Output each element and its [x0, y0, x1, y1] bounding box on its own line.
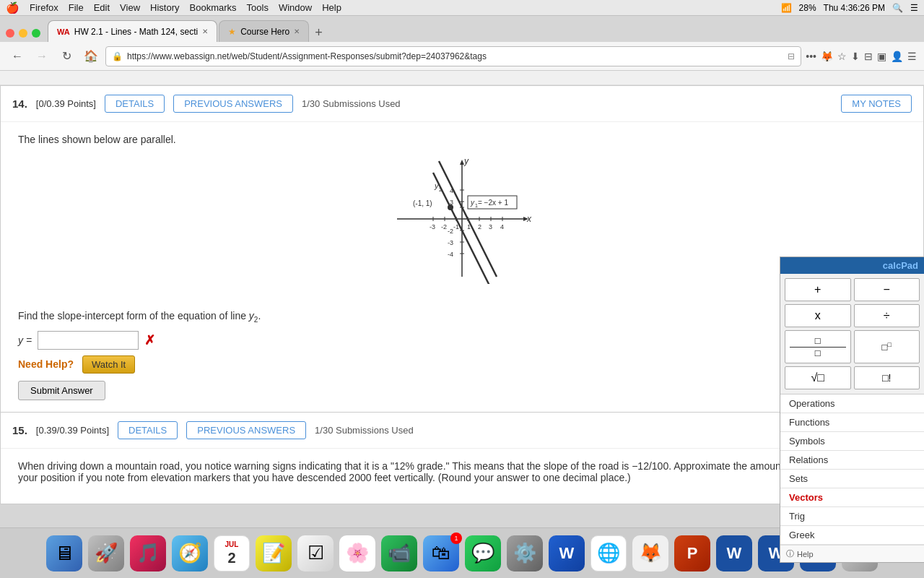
forward-button[interactable]: → [32, 46, 52, 66]
svg-text:y: y [463, 156, 469, 166]
calc-minus-button[interactable]: − [854, 278, 920, 301]
dock-firefox[interactable]: 🦊 [632, 535, 668, 571]
tab-coursehero[interactable]: ★ Course Hero ✕ [219, 20, 309, 42]
dock-facetime[interactable]: 📹 [381, 535, 417, 571]
menu-icon[interactable]: ☰ [910, 3, 918, 13]
watch-it-button[interactable]: Watch It [82, 355, 135, 374]
refresh-button[interactable]: ↻ [56, 46, 77, 66]
dock-appstore[interactable]: 🛍 1 [423, 535, 459, 571]
maximize-window-btn[interactable] [32, 29, 40, 38]
dock-system-preferences[interactable]: ⚙️ [507, 535, 543, 571]
menu-bookmarks[interactable]: Bookmarks [190, 2, 237, 13]
dock-chrome[interactable]: 🌐 [590, 535, 627, 571]
svg-point-38 [448, 204, 453, 210]
dock-safari[interactable]: 🧭 [172, 535, 208, 571]
tab-webassign[interactable]: WA HW 2.1 - Lines - Math 124, secti ✕ [48, 20, 217, 42]
tab-bar: WA HW 2.1 - Lines - Math 124, secti ✕ ★ … [0, 16, 924, 42]
calc-divide-button[interactable]: ÷ [854, 304, 920, 327]
q14-prev-answers-button[interactable]: PREVIOUS ANSWERS [173, 95, 293, 113]
tab1-favicon: WA [57, 27, 70, 36]
submit-answer-button[interactable]: Submit Answer [18, 381, 105, 400]
calcpad-help-label[interactable]: Help [797, 550, 814, 558]
help-row: Need Help? Watch It [18, 355, 906, 374]
calcpad-menu: Operations Functions Symbols Relations S… [780, 394, 924, 545]
home-button[interactable]: 🏠 [81, 46, 101, 66]
calcpad: calcPad + − x ÷ □ □ □□ √□ □! Operations … [780, 256, 924, 563]
bookmark-btn[interactable]: ☆ [837, 51, 847, 62]
calcpad-greek[interactable]: Greek [780, 526, 924, 545]
dock-word[interactable]: W [549, 535, 585, 571]
menu-tools[interactable]: Tools [247, 2, 269, 13]
coordinate-graph: x y -3 -2 -1 1 2 3 4 4 3 2 -2 -3 -4 [390, 154, 534, 284]
menu-window[interactable]: Window [279, 2, 312, 13]
menu-bar: 🍎 Firefox File Edit View History Bookmar… [0, 0, 924, 16]
menu-file[interactable]: File [69, 2, 84, 13]
calc-box-sqrt-button[interactable]: □□ [854, 330, 920, 363]
search-icon[interactable]: 🔍 [892, 3, 903, 13]
library-icon[interactable]: ⊟ [864, 51, 873, 62]
calcpad-operations[interactable]: Operations [780, 394, 924, 413]
account-icon[interactable]: 👤 [891, 51, 903, 62]
tab2-favicon: ★ [228, 27, 236, 37]
graph-container: x y -3 -2 -1 1 2 3 4 4 3 2 -2 -3 -4 [390, 154, 534, 298]
dock-messages[interactable]: 💬 [465, 535, 501, 571]
download-icon[interactable]: ⬇ [851, 51, 860, 62]
calcpad-title: calcPad [780, 257, 924, 274]
back-button[interactable]: ← [7, 46, 27, 66]
calcpad-symbols[interactable]: Symbols [780, 432, 924, 451]
q15-details-button[interactable]: DETAILS [118, 421, 178, 439]
url-text: https://www.webassign.net/web/Student/As… [127, 51, 783, 61]
pocket-icon[interactable]: 🦊 [821, 51, 833, 62]
dock-powerpoint[interactable]: P [674, 535, 710, 571]
dock-notes[interactable]: 📝 [256, 535, 292, 571]
wifi-icon: 📶 [781, 3, 792, 13]
calc-factorial-button[interactable]: □! [854, 366, 920, 389]
calcpad-functions[interactable]: Functions [780, 413, 924, 432]
q15-number: 15. [12, 424, 27, 436]
sidebar-icon[interactable]: ▣ [877, 51, 886, 62]
q14-problem-text: The lines shown below are parallel. [18, 134, 906, 145]
close-window-btn[interactable] [6, 29, 14, 38]
reader-icon: ⊟ [788, 51, 795, 61]
q14-points: [0/0.39 Points] [36, 98, 96, 109]
calc-multiply-button[interactable]: x [785, 304, 851, 327]
security-icon: 🔒 [112, 51, 123, 61]
dock-word2[interactable]: W [716, 535, 752, 571]
address-bar[interactable]: 🔒 https://www.webassign.net/web/Student/… [105, 46, 801, 66]
tab2-label: Course Hero [240, 27, 289, 37]
dock-reminders[interactable]: ☑ [297, 535, 334, 571]
q14-details-button[interactable]: DETAILS [105, 95, 165, 113]
wrong-mark: ✗ [144, 332, 155, 348]
calcpad-help[interactable]: ⓘ Help [780, 545, 924, 562]
tab1-close[interactable]: ✕ [202, 27, 208, 35]
dock-finder[interactable]: 🖥 [46, 535, 82, 571]
new-tab-button[interactable]: + [310, 25, 327, 40]
menu-edit[interactable]: Edit [94, 2, 110, 13]
calcpad-vectors[interactable]: Vectors [780, 488, 924, 507]
calc-fraction-button[interactable]: □ □ [785, 330, 851, 363]
q15-prev-answers-button[interactable]: PREVIOUS ANSWERS [186, 421, 306, 439]
menu-help[interactable]: Help [322, 2, 341, 13]
nav-more-btn[interactable]: ••• [806, 51, 816, 62]
dock-launchpad[interactable]: 🚀 [88, 535, 124, 571]
minimize-window-btn[interactable] [19, 29, 27, 38]
dock-calendar[interactable]: JUL2 [214, 535, 250, 571]
menu-firefox[interactable]: Firefox [30, 2, 58, 13]
svg-text:-2: -2 [441, 223, 447, 230]
svg-text:2: 2 [439, 186, 443, 193]
apple-menu[interactable]: 🍎 [6, 1, 19, 14]
dock-music[interactable]: 🎵 [130, 535, 166, 571]
answer-input[interactable] [38, 331, 139, 350]
menu-history[interactable]: History [150, 2, 179, 13]
tab2-close[interactable]: ✕ [294, 27, 300, 35]
menu-btn[interactable]: ☰ [907, 51, 917, 62]
calc-sqrt-button[interactable]: √□ [785, 366, 851, 389]
menu-view[interactable]: View [120, 2, 140, 13]
q14-my-notes-button[interactable]: MY NOTES [841, 95, 912, 113]
calcpad-relations[interactable]: Relations [780, 451, 924, 470]
dock-photos[interactable]: 🌸 [339, 535, 375, 571]
calcpad-trig[interactable]: Trig [780, 507, 924, 526]
calc-plus-button[interactable]: + [785, 278, 851, 301]
calcpad-sets[interactable]: Sets [780, 470, 924, 488]
nav-spacer [0, 71, 924, 85]
